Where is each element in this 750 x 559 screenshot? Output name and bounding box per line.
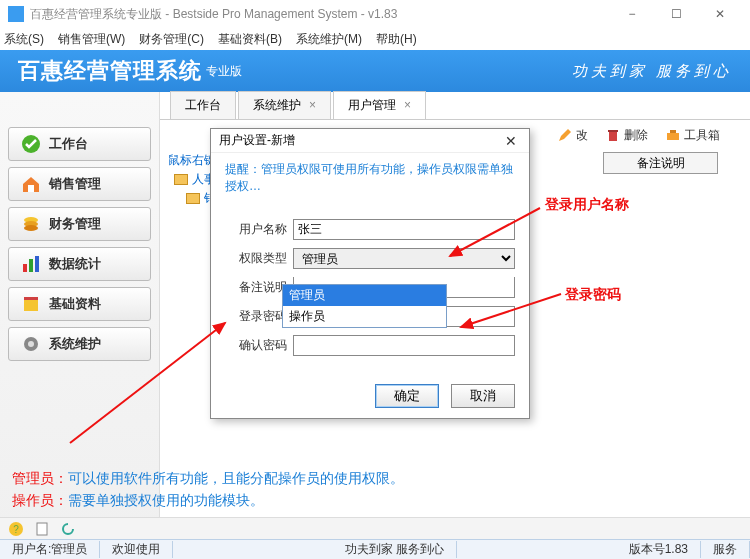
sidebar-label: 系统维护 [49,335,101,353]
house-icon [21,174,41,194]
role-select[interactable]: 管理员 [293,248,515,269]
folder-icon [174,174,188,185]
coins-icon [21,214,41,234]
status-user: 用户名:管理员 [0,541,100,558]
brandbar: 百惠经营管理系统 专业版 功夫到家 服务到心 [0,50,750,92]
status-service: 服务 [701,541,750,558]
svg-rect-14 [667,133,679,140]
tab-users[interactable]: 用户管理× [333,91,426,119]
dialog-title: 用户设置-新增 [219,132,295,149]
sidebar-label: 工作台 [49,135,88,153]
svg-rect-13 [608,130,618,132]
pencil-icon [558,128,572,142]
footnote-text: 可以使用软件所有功能，且能分配操作员的使用权限。 [68,470,404,486]
sidebar-item-workbench[interactable]: 工作台 [8,127,151,161]
toolbox-icon [666,128,680,142]
sidebar-item-sales[interactable]: 销售管理 [8,167,151,201]
brand-edition: 专业版 [206,63,242,80]
menu-help[interactable]: 帮助(H) [376,31,417,48]
svg-rect-9 [24,297,38,300]
dropdown-option[interactable]: 管理员 [283,285,446,306]
tool-delete[interactable]: 删除 [606,127,648,144]
footnote-label: 操作员： [12,492,68,508]
svg-rect-21 [37,523,47,535]
page-icon[interactable] [34,521,50,537]
footnotes: 管理员：可以使用软件所有功能，且能分配操作员的使用权限。 操作员：需要单独授权使… [12,467,404,511]
username-input[interactable] [293,219,515,240]
check-circle-icon [21,134,41,154]
tab-workbench[interactable]: 工作台 [170,91,236,119]
label-username: 用户名称 [225,221,287,238]
note-header: 备注说明 [603,152,718,174]
brand-title: 百惠经营管理系统 [18,56,202,86]
menu-maintain[interactable]: 系统维护(M) [296,31,362,48]
close-button[interactable]: ✕ [698,0,742,28]
brand-slogan: 功夫到家 服务到心 [572,62,732,81]
menubar: 系统(S) 销售管理(W) 财务管理(C) 基础资料(B) 系统维护(M) 帮助… [0,28,750,50]
annotation-password: 登录密码 [565,286,621,304]
statusbar: 用户名:管理员 欢迎使用 功夫到家 服务到心 版本号1.83 服务 [0,539,750,559]
annotation-username: 登录用户名称 [545,196,629,214]
menu-system[interactable]: 系统(S) [4,31,44,48]
sidebar-item-basic[interactable]: 基础资料 [8,287,151,321]
label-note: 备注说明 [225,279,287,296]
bottom-iconbar: ? [0,517,750,539]
status-welcome: 欢迎使用 [100,541,173,558]
dialog-hint: 提醒：管理员权限可使用所有功能，操作员权限需单独授权… [225,161,515,195]
tab-close-icon[interactable]: × [309,98,316,112]
sidebar-label: 数据统计 [49,255,101,273]
app-logo-icon [8,6,24,22]
svg-rect-5 [23,264,27,272]
user-settings-dialog: 用户设置-新增 ✕ 提醒：管理员权限可使用所有功能，操作员权限需单独授权… 用户… [210,128,530,419]
status-version: 版本号1.83 [617,541,701,558]
sidebar-label: 基础资料 [49,295,101,313]
svg-rect-6 [29,259,33,272]
svg-text:?: ? [13,524,19,535]
footnote-text: 需要单独授权使用的功能模块。 [68,492,264,508]
svg-rect-15 [670,130,676,133]
svg-rect-7 [35,256,39,272]
tab-maintain[interactable]: 系统维护× [238,91,331,119]
cancel-button[interactable]: 取消 [451,384,515,408]
dialog-titlebar: 用户设置-新增 ✕ [211,129,529,153]
trash-icon [606,128,620,142]
tab-close-icon[interactable]: × [404,98,411,112]
sidebar-item-maintain[interactable]: 系统维护 [8,327,151,361]
sidebar-label: 财务管理 [49,215,101,233]
label-pwd: 登录密码 [225,308,287,325]
dropdown-option[interactable]: 操作员 [283,306,446,327]
tool-toolbox[interactable]: 工具箱 [666,127,720,144]
tabs: 工作台 系统维护× 用户管理× [160,92,750,120]
label-pwd2: 确认密码 [225,337,287,354]
svg-point-4 [24,225,38,231]
label-role: 权限类型 [225,250,287,267]
tool-modify[interactable]: 改 [558,127,588,144]
svg-rect-1 [28,185,34,192]
dialog-close-button[interactable]: ✕ [501,133,521,149]
status-center: 功夫到家 服务到心 [333,541,457,558]
menu-basic[interactable]: 基础资料(B) [218,31,282,48]
titlebar: 百惠经营管理系统专业版 - Bestside Pro Management Sy… [0,0,750,28]
confirm-password-input[interactable] [293,335,515,356]
sidebar-item-finance[interactable]: 财务管理 [8,207,151,241]
folder-icon [186,193,200,204]
menu-sales[interactable]: 销售管理(W) [58,31,125,48]
sidebar: 工作台 销售管理 财务管理 数据统计 基础资料 系统维护 [0,92,160,532]
refresh-icon[interactable] [60,521,76,537]
role-dropdown: 管理员 操作员 [282,284,447,328]
svg-point-11 [28,341,34,347]
sidebar-item-stats[interactable]: 数据统计 [8,247,151,281]
footnote-label: 管理员： [12,470,68,486]
window-title: 百惠经营管理系统专业版 - Bestside Pro Management Sy… [30,6,397,23]
menu-finance[interactable]: 财务管理(C) [139,31,204,48]
minimize-button[interactable]: − [610,0,654,28]
help-icon[interactable]: ? [8,521,24,537]
bars-icon [21,254,41,274]
svg-rect-12 [609,132,617,141]
maximize-button[interactable]: ☐ [654,0,698,28]
gear-icon [21,334,41,354]
ok-button[interactable]: 确定 [375,384,439,408]
book-icon [21,294,41,314]
sidebar-label: 销售管理 [49,175,101,193]
